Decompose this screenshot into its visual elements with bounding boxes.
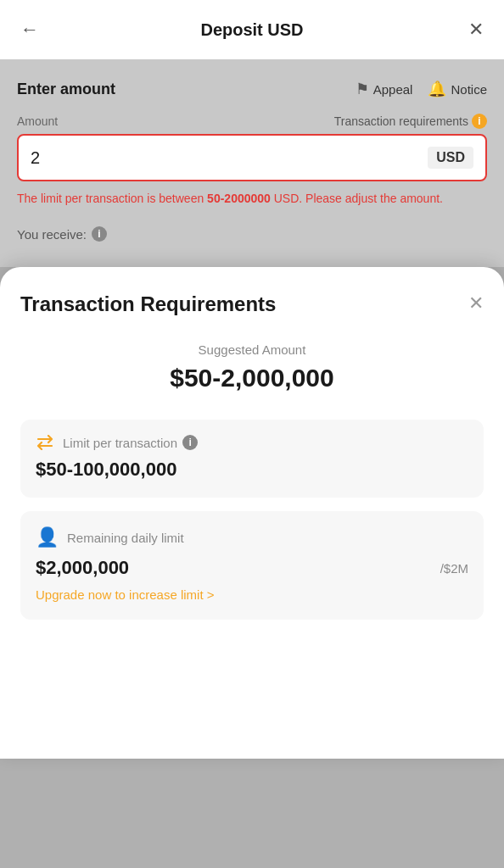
notice-button[interactable]: 🔔 Notice	[428, 80, 487, 98]
upgrade-link[interactable]: Upgrade now to increase limit >	[36, 587, 215, 602]
bg-content: Enter amount ⚑ Appeal 🔔 Notice Amount Tr…	[0, 59, 504, 267]
error-highlight: 50-2000000	[207, 192, 271, 205]
error-prefix: The limit per transaction is between	[17, 192, 207, 205]
amount-input[interactable]	[31, 148, 428, 168]
tx-req-label: Transaction requirements	[334, 114, 468, 128]
sheet-title: Transaction Requirements	[20, 291, 276, 317]
bottom-sheet: Transaction Requirements ✕ Suggested Amo…	[0, 267, 504, 759]
tx-requirements-link[interactable]: Transaction requirements i	[334, 114, 487, 129]
error-message: The limit per transaction is between 50-…	[17, 190, 487, 208]
close-icon: ✕	[468, 292, 484, 314]
appeal-button[interactable]: ⚑ Appeal	[356, 80, 413, 98]
sheet-header: Transaction Requirements ✕	[20, 291, 484, 317]
bell-icon: 🔔	[428, 80, 446, 98]
notice-label: Notice	[451, 82, 487, 97]
top-bar: Enter amount ⚑ Appeal 🔔 Notice	[17, 80, 487, 98]
limit-card-header: Limit per transaction i	[36, 435, 468, 450]
limit-label-text: Limit per transaction	[63, 436, 177, 450]
daily-card-value: $2,000,000	[36, 557, 129, 579]
amount-input-wrapper: USD	[17, 134, 487, 181]
error-suffix: USD. Please adjust the amount.	[271, 192, 443, 205]
limit-card-label: Limit per transaction i	[63, 435, 198, 450]
amount-label: Amount	[17, 114, 58, 128]
amount-row-top: Amount Transaction requirements i	[17, 114, 487, 129]
close-icon: ✕	[468, 19, 484, 41]
info-icon-limit[interactable]: i	[182, 435, 198, 450]
transfer-icon	[36, 435, 54, 450]
info-icon-receive[interactable]: i	[92, 226, 107, 242]
suggested-label: Suggested Amount	[20, 342, 484, 357]
you-receive-label: You receive:	[17, 227, 87, 242]
daily-card: 👤 Remaining daily limit $2,000,000 /$2M …	[20, 511, 484, 620]
info-icon: i	[472, 114, 487, 129]
flag-icon: ⚑	[356, 80, 369, 98]
person-icon: 👤	[36, 526, 59, 548]
amount-section: Amount Transaction requirements i USD Th…	[17, 114, 487, 208]
limit-card: Limit per transaction i $50-100,000,000	[20, 420, 484, 498]
top-actions: ⚑ Appeal 🔔 Notice	[356, 80, 487, 98]
daily-card-label: Remaining daily limit	[67, 531, 184, 545]
back-button[interactable]: ←	[17, 15, 42, 44]
back-icon: ←	[20, 19, 39, 41]
page-title: Deposit USD	[200, 20, 303, 40]
daily-value-row: $2,000,000 /$2M	[36, 557, 468, 579]
daily-max: /$2M	[440, 561, 468, 576]
currency-badge: USD	[428, 147, 473, 169]
sheet-close-button[interactable]: ✕	[468, 292, 484, 314]
suggested-section: Suggested Amount $50-2,000,000	[20, 342, 484, 392]
header: ← Deposit USD ✕	[0, 0, 504, 59]
limit-card-value: $50-100,000,000	[36, 459, 468, 481]
close-button[interactable]: ✕	[465, 15, 487, 44]
daily-card-header: 👤 Remaining daily limit	[36, 526, 468, 548]
appeal-label: Appeal	[373, 82, 413, 97]
enter-amount-label: Enter amount	[17, 81, 115, 98]
you-receive-row: You receive: i	[17, 226, 487, 242]
suggested-amount: $50-2,000,000	[20, 364, 484, 392]
